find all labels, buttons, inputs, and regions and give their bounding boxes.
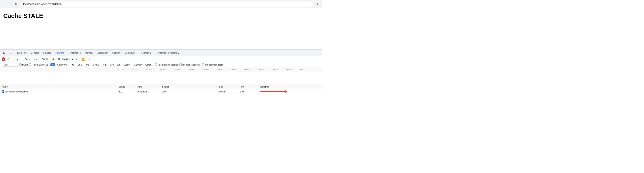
- row-time: 6 ms: [238, 90, 258, 93]
- tick-2800: 2800: [299, 69, 303, 71]
- share-button[interactable]: ⬈: [316, 2, 320, 6]
- tab-recorder[interactable]: Recorder ▲: [138, 50, 154, 56]
- throttle-select[interactable]: No throttling: [57, 58, 74, 61]
- disable-cache-label[interactable]: Disable cache: [39, 58, 56, 60]
- address-bar[interactable]: localhost/stale-while-revalidation: [20, 1, 314, 7]
- device-icon[interactable]: ▭: [8, 51, 13, 56]
- tick-1000: 1000 ms: [174, 69, 181, 71]
- filter-media[interactable]: Media: [92, 63, 100, 66]
- invert-label[interactable]: Invert: [19, 64, 28, 66]
- filter-css[interactable]: CSS: [76, 63, 83, 66]
- disable-cache-checkbox[interactable]: [39, 58, 41, 60]
- row-size: 305 B: [218, 90, 238, 93]
- waterfall-red-line: [118, 72, 118, 84]
- filter-icon[interactable]: ▿: [14, 58, 15, 61]
- url-text: localhost/stale-while-revalidation: [23, 3, 62, 6]
- tab-lighthouse[interactable]: Lighthouse: [122, 50, 138, 56]
- devtools-tabs: ▶ ▭ Elements Console Sources Network Per…: [0, 50, 322, 56]
- tab-performance[interactable]: Performance: [66, 50, 83, 56]
- tick-600: 600 ms: [146, 69, 152, 71]
- col-header-waterfall: Waterfall: [258, 85, 322, 88]
- arrow-head: [285, 90, 288, 93]
- search-icon[interactable]: ⚲: [16, 58, 18, 61]
- has-blocked-cookies-label[interactable]: Has blocked cookies: [155, 64, 178, 66]
- page-content: Cache STALE: [0, 8, 322, 49]
- table-header: Name Status Type Initiator Size Time Wat…: [0, 84, 322, 89]
- toolbar-separator-2: [20, 58, 20, 61]
- waterfall-names-col: [0, 72, 117, 84]
- row-type: document: [135, 90, 160, 93]
- back-button[interactable]: ←: [2, 2, 6, 6]
- waterfall-arrow: [260, 90, 288, 93]
- filter-manifest[interactable]: Manifest: [132, 63, 143, 66]
- record-button[interactable]: ●: [2, 57, 5, 61]
- filter-font[interactable]: Font: [101, 63, 108, 66]
- preserve-log-label[interactable]: Preserve log: [22, 58, 38, 60]
- timeline-ruler: 200 ms 400 ms 600 ms 800 ms 1000 ms 1200…: [117, 67, 322, 72]
- filter-other[interactable]: Other: [144, 63, 152, 66]
- tab-elements[interactable]: Elements: [15, 50, 29, 56]
- page-icon: ■: [2, 90, 4, 93]
- third-party-requests-label[interactable]: 3rd-party requests: [202, 64, 223, 66]
- tab-memory[interactable]: Memory: [83, 50, 95, 56]
- table-row[interactable]: ■ stale-while-revalidation 200 document …: [0, 89, 322, 94]
- wifi-icon[interactable]: 📶: [82, 58, 85, 61]
- tab-performance-insights[interactable]: Performance insights ▲: [154, 50, 182, 56]
- filter-separator-1: [49, 63, 49, 66]
- row-status: 200: [117, 90, 135, 93]
- tick-2000: 2000 ms: [244, 69, 251, 71]
- has-blocked-cookies-checkbox[interactable]: [155, 64, 157, 66]
- preserve-log-checkbox[interactable]: [22, 58, 24, 60]
- filter-input[interactable]: [2, 63, 18, 67]
- timeline-header: 200 ms 400 ms 600 ms 800 ms 1000 ms 1200…: [0, 67, 322, 72]
- blocked-requests-checkbox[interactable]: [180, 64, 182, 66]
- arrow-line: [260, 91, 285, 92]
- tab-application[interactable]: Application: [95, 50, 110, 56]
- filter-wasm[interactable]: Wasm: [123, 63, 131, 66]
- filter-js[interactable]: JS: [70, 63, 75, 66]
- devtools-icon-group: ▶ ▭: [2, 51, 14, 56]
- row-waterfall: [258, 90, 322, 93]
- tick-2600: 2600 ms: [285, 69, 292, 71]
- tab-console[interactable]: Console: [29, 50, 41, 56]
- tab-sources[interactable]: Sources: [41, 50, 53, 56]
- hide-data-urls-checkbox[interactable]: [29, 64, 32, 66]
- timeline-names-col: [0, 67, 117, 72]
- reload-button[interactable]: ↻: [14, 2, 18, 6]
- filter-img[interactable]: Img: [84, 63, 90, 66]
- filter-doc[interactable]: Doc: [109, 63, 115, 66]
- import-icon[interactable]: ↑: [89, 58, 90, 61]
- tick-1400: 1400 ms: [202, 69, 209, 71]
- col-header-time: Time: [238, 85, 258, 88]
- tick-2200: 2200 ms: [258, 69, 264, 71]
- export-icon[interactable]: ↓: [92, 58, 93, 61]
- tab-security[interactable]: Security: [110, 50, 122, 56]
- devtools-panel: ▶ ▭ Elements Console Sources Network Per…: [0, 49, 322, 94]
- blocked-requests-label[interactable]: Blocked Requests: [180, 64, 200, 66]
- filter-fetch-xhr[interactable]: Fetch/XHR: [56, 63, 69, 66]
- hide-data-urls-label[interactable]: Hide data URLs: [29, 64, 48, 66]
- row-name-cell: ■ stale-while-revalidation: [0, 90, 117, 93]
- third-party-requests-checkbox[interactable]: [202, 64, 204, 66]
- forward-button[interactable]: →: [8, 2, 12, 6]
- tick-1600: 1600 ms: [216, 69, 223, 71]
- row-name-text: stale-while-revalidation: [5, 90, 28, 93]
- browser-chrome: ← → ↻ localhost/stale-while-revalidation…: [0, 0, 322, 8]
- inspect-icon[interactable]: ▶: [2, 51, 6, 56]
- toolbar-separator-3: [80, 58, 80, 61]
- invert-checkbox[interactable]: [19, 64, 22, 66]
- filter-bar: Invert Hide data URLs All Fetch/XHR JS C…: [0, 62, 322, 67]
- col-header-initiator: Initiator: [160, 85, 218, 88]
- col-header-type: Type: [135, 85, 160, 88]
- filter-all[interactable]: All: [50, 63, 55, 66]
- throttle-dropdown-icon[interactable]: ▼: [76, 58, 78, 61]
- tab-network[interactable]: Network: [54, 50, 66, 56]
- tick-2400: 2400 ms: [271, 69, 278, 71]
- clear-button[interactable]: ◌: [6, 57, 10, 61]
- page-title: Cache STALE: [3, 12, 319, 19]
- tick-1800: 1800 ms: [230, 69, 237, 71]
- network-toolbar: ● ◌ ▿ ⚲ Preserve log Disable cache No th…: [0, 56, 322, 62]
- tick-800: 800 ms: [160, 69, 166, 71]
- col-header-size: Size: [218, 85, 238, 88]
- filter-ws[interactable]: WS: [116, 63, 122, 66]
